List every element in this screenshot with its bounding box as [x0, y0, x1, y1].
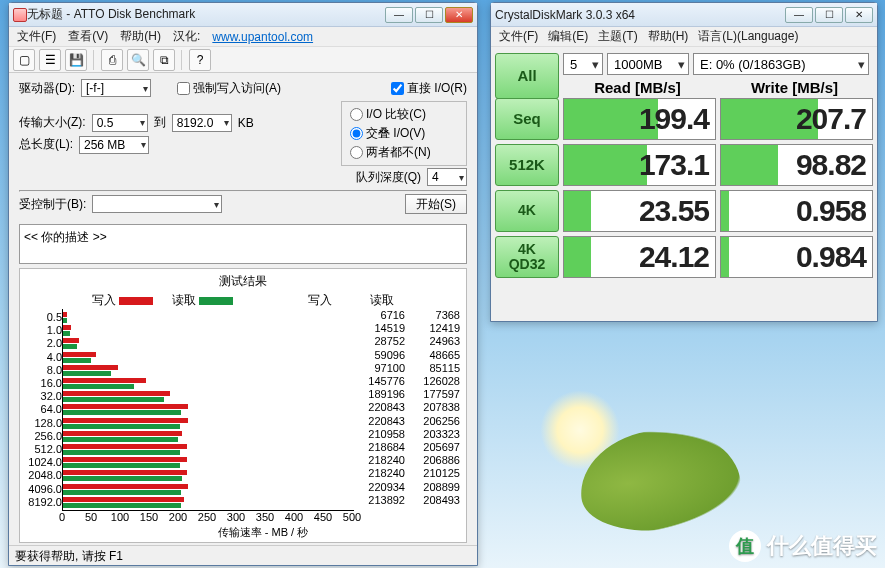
- io-overlap-radio[interactable]: 交叠 I/O(V): [350, 125, 458, 142]
- start-button[interactable]: 开始(S): [405, 194, 467, 214]
- menu-file[interactable]: 文件(F): [499, 28, 538, 45]
- cdm-menubar: 文件(F) 编辑(E) 主题(T) 帮助(H) 语言(L)(Language): [491, 27, 877, 47]
- menu-edit[interactable]: 编辑(E): [548, 28, 588, 45]
- cdm-titlebar[interactable]: CrystalDiskMark 3.0.3 x64 — ☐ ✕: [491, 3, 877, 27]
- len-label: 总长度(L):: [19, 136, 73, 153]
- close-button[interactable]: ✕: [445, 7, 473, 23]
- force-write-checkbox[interactable]: 强制写入访问(A): [177, 80, 281, 97]
- drive-combo[interactable]: [-f-]: [81, 79, 151, 97]
- print-icon[interactable]: ⎙: [101, 49, 123, 71]
- cdm-row: 512K173.198.82: [495, 144, 873, 186]
- hanhua-url[interactable]: www.upantool.com: [212, 30, 313, 44]
- size-combo[interactable]: 1000MB: [607, 53, 689, 75]
- ctrl-label: 受控制于(B):: [19, 196, 86, 213]
- cdm-row: 4KQD3224.120.984: [495, 236, 873, 278]
- minimize-button[interactable]: —: [385, 7, 413, 23]
- menu-help[interactable]: 帮助(H): [120, 28, 161, 45]
- menu-help[interactable]: 帮助(H): [648, 28, 689, 45]
- atto-form: 驱动器(D): [-f-] 强制写入访问(A) 直接 I/O(R) 传输大小(Z…: [9, 73, 477, 222]
- cdm-test-button[interactable]: All: [495, 53, 559, 99]
- watermark-badge-icon: 值: [729, 530, 761, 562]
- help-cursor-icon[interactable]: ?: [189, 49, 211, 71]
- kb-label: KB: [238, 116, 254, 130]
- write-header: Write [MB/s]: [716, 79, 873, 96]
- io-compare-radio[interactable]: I/O 比较(C): [350, 106, 458, 123]
- description-box[interactable]: << 你的描述 >>: [19, 224, 467, 264]
- menu-view[interactable]: 查看(V): [68, 28, 108, 45]
- atto-title: 无标题 - ATTO Disk Benchmark: [27, 6, 385, 23]
- atto-toolbar: ▢ ☰ 💾 ⎙ 🔍 ⧉ ?: [9, 47, 477, 73]
- xfer-from-combo[interactable]: 0.5: [92, 114, 148, 132]
- chart-xticks: 050100150200250300350400450500: [62, 511, 352, 525]
- atto-statusbar: 要获得帮助, 请按 F1: [9, 545, 477, 565]
- cdm-read-cell: 173.1: [563, 144, 716, 186]
- chart-bars: [62, 309, 354, 511]
- chart-title: 测试结果: [22, 273, 464, 290]
- new-icon[interactable]: ▢: [13, 49, 35, 71]
- open-icon[interactable]: ☰: [39, 49, 61, 71]
- xfer-to-combo[interactable]: 8192.0: [172, 114, 232, 132]
- len-combo[interactable]: 256 MB: [79, 136, 149, 154]
- cdm-row: Seq199.4207.7: [495, 98, 873, 140]
- cdm-read-cell: 24.12: [563, 236, 716, 278]
- cdm-write-cell: 0.958: [720, 190, 873, 232]
- copy-icon[interactable]: ⧉: [153, 49, 175, 71]
- xfer-label: 传输大小(Z):: [19, 114, 86, 131]
- chart-values: 6716736814519124192875224963590964866597…: [354, 309, 464, 511]
- menu-theme[interactable]: 主题(T): [598, 28, 637, 45]
- watermark: 值 什么值得买: [729, 530, 877, 562]
- description-text: 你的描述: [41, 230, 89, 244]
- minimize-button[interactable]: —: [785, 7, 813, 23]
- maximize-button[interactable]: ☐: [815, 7, 843, 23]
- chart-ylabels: 0.51.02.04.08.016.032.064.0128.0256.0512…: [22, 309, 62, 511]
- io-neither-radio[interactable]: 两者都不(N): [350, 144, 458, 161]
- chart-panel: 测试结果 写入 读取 写入 读取 0.51.02.04.08.016.032.0…: [19, 268, 467, 543]
- save-icon[interactable]: 💾: [65, 49, 87, 71]
- cdm-title: CrystalDiskMark 3.0.3 x64: [495, 8, 785, 22]
- cdm-test-button[interactable]: 4KQD32: [495, 236, 559, 278]
- qd-label: 队列深度(Q): [356, 169, 421, 186]
- close-button[interactable]: ✕: [845, 7, 873, 23]
- drive-label: 驱动器(D):: [19, 80, 75, 97]
- cdm-test-button[interactable]: Seq: [495, 98, 559, 140]
- cdm-row: All: [495, 53, 559, 99]
- atto-app-icon: [13, 8, 27, 22]
- maximize-button[interactable]: ☐: [415, 7, 443, 23]
- atto-titlebar[interactable]: 无标题 - ATTO Disk Benchmark — ☐ ✕: [9, 3, 477, 27]
- cdm-window: CrystalDiskMark 3.0.3 x64 — ☐ ✕ 文件(F) 编辑…: [490, 2, 878, 322]
- chart-legend: 写入 读取 写入 读取: [22, 292, 464, 309]
- chart-xlabel: 传输速率 - MB / 秒: [62, 525, 464, 540]
- atto-menubar: 文件(F) 查看(V) 帮助(H) 汉化: www.upantool.com: [9, 27, 477, 47]
- cdm-test-button[interactable]: 512K: [495, 144, 559, 186]
- drive-combo[interactable]: E: 0% (0/1863GB): [693, 53, 869, 75]
- direct-io-checkbox[interactable]: 直接 I/O(R): [391, 80, 467, 97]
- cdm-write-cell: 207.7: [720, 98, 873, 140]
- atto-window: 无标题 - ATTO Disk Benchmark — ☐ ✕ 文件(F) 查看…: [8, 2, 478, 566]
- cdm-test-button[interactable]: 4K: [495, 190, 559, 232]
- qd-combo[interactable]: 4: [427, 168, 467, 186]
- menu-file[interactable]: 文件(F): [17, 28, 56, 45]
- menu-lang[interactable]: 语言(L)(Language): [698, 28, 798, 45]
- cdm-read-cell: 199.4: [563, 98, 716, 140]
- cdm-row: 4K23.550.958: [495, 190, 873, 232]
- preview-icon[interactable]: 🔍: [127, 49, 149, 71]
- cdm-read-cell: 23.55: [563, 190, 716, 232]
- ctrl-combo[interactable]: [92, 195, 222, 213]
- runs-combo[interactable]: 5: [563, 53, 603, 75]
- read-header: Read [MB/s]: [559, 79, 716, 96]
- cdm-body: 5 1000MB E: 0% (0/1863GB) Read [MB/s] Wr…: [491, 47, 877, 282]
- io-mode-group: I/O 比较(C) 交叠 I/O(V) 两者都不(N): [341, 101, 467, 166]
- hanhua-label: 汉化:: [173, 28, 200, 45]
- cdm-write-cell: 98.82: [720, 144, 873, 186]
- to-label: 到: [154, 114, 166, 131]
- cdm-write-cell: 0.984: [720, 236, 873, 278]
